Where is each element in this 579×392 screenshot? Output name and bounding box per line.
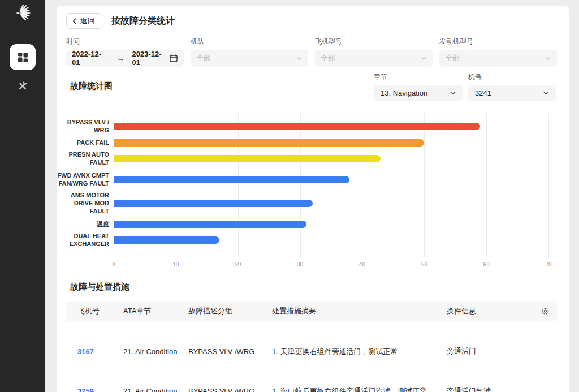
aircraft-model-select[interactable]: 全部 [315, 50, 433, 67]
chapter-select-label: 章节 [374, 72, 463, 82]
chart-category-label: AMS MOTORDRIVE MODFAULT [57, 191, 109, 215]
col-header-summary: 处置措施摘要 [272, 306, 447, 316]
chart-category-label: PRESN AUTOFAULT [57, 150, 109, 166]
table-row: 316721. Air ConditionBYPASS VLV /WRG1. 天… [66, 342, 557, 361]
filter-aircraft-model-label: 飞机型号 [315, 37, 433, 46]
calendar-icon [169, 54, 178, 63]
tail-number-select[interactable]: 3241 [468, 85, 556, 101]
gear-icon [541, 307, 550, 316]
chart-axis-tick: 20 [227, 261, 249, 268]
chart-gridline [238, 113, 239, 257]
date-end-value: 2023-12-01 [132, 50, 170, 67]
filter-time-label: 时间 [66, 37, 184, 46]
airline-logo-icon [0, 5, 45, 21]
fleet-select[interactable]: 全部 [191, 50, 308, 67]
sidebar-item-tools[interactable] [0, 80, 45, 91]
fleet-select-value: 全部 [196, 53, 211, 63]
tail-number-select-value: 3241 [475, 89, 491, 97]
col-header-parts: 换件信息 [447, 306, 557, 316]
chevron-down-icon [545, 55, 551, 62]
table-settings-button[interactable] [541, 307, 550, 316]
chart-axis-tick: 60 [475, 261, 498, 268]
col-header-group: 故障描述分组 [188, 306, 272, 316]
sidebar-item-dashboard[interactable] [10, 44, 36, 70]
filter-engine-model: 发动机型号 全部 [439, 37, 557, 67]
filter-time: 时间 2022-12-01 → 2023-12-01 [66, 37, 184, 67]
chart-axis-tick: 40 [351, 261, 373, 268]
filter-fleet: 机队 全部 [191, 37, 308, 67]
chart-category-label: FWD AVNX CMPTFAN/WRG FAULT [57, 171, 109, 187]
chart-gridline [114, 113, 114, 257]
chart-category-label: 温度 [57, 220, 109, 228]
cell-parts-info: 旁通活门 [447, 346, 557, 356]
chapter-select-group: 章节 13. Navigation [374, 72, 463, 101]
chart-bar[interactable] [114, 155, 381, 162]
chart-axis-tick: 70 [537, 261, 560, 268]
filter-fleet-label: 机队 [191, 37, 308, 46]
chart-gridline [486, 113, 487, 257]
chevron-down-icon [450, 90, 456, 96]
col-header-ata: ATA章节 [123, 306, 188, 316]
chart-axis-tick: 50 [413, 261, 435, 268]
back-button-label: 返回 [80, 16, 95, 26]
chart-bar[interactable] [114, 123, 480, 130]
chevron-down-icon [296, 55, 303, 62]
cell-ata-chapter: 21. Air Condition [123, 347, 188, 356]
chart-gridline [424, 113, 425, 257]
cell-ata-chapter: 21. Air Condition [123, 387, 188, 392]
chart-gridline [548, 113, 549, 257]
filter-engine-model-label: 发动机型号 [439, 37, 557, 46]
cell-aircraft-link[interactable]: 3259 [77, 387, 123, 392]
col-header-aircraft: 飞机号 [77, 306, 123, 316]
chart-gridline [362, 113, 362, 257]
chart-category-label: BYPASS VLV /WRG [57, 118, 109, 134]
cell-action-summary: 1. 天津更换右组件旁通活门，测试正常 [272, 347, 447, 356]
table-section-title: 故障与处置措施 [70, 282, 129, 292]
main-panel: 返回 按故障分类统计 时间 2022-12-01 → 2023-12-01 机队 [57, 6, 569, 392]
date-range-input[interactable]: 2022-12-01 → 2023-12-01 [66, 50, 184, 67]
chart-axis-tick: 0 [102, 261, 125, 268]
chart-bar[interactable] [114, 176, 349, 183]
tools-icon [17, 80, 28, 91]
aircraft-model-select-value: 全部 [321, 53, 335, 63]
chapter-select[interactable]: 13. Navigation [374, 85, 463, 101]
filter-aircraft-model: 飞机型号 全部 [315, 37, 433, 67]
engine-model-select[interactable]: 全部 [439, 50, 557, 67]
sidebar [0, 0, 45, 392]
chart-axis-tick: 30 [289, 261, 312, 268]
date-start-value: 2022-12-01 [72, 50, 109, 67]
engine-model-select-value: 全部 [445, 53, 460, 63]
table-row: 325921. Air ConditionBYPASS VLV /WRG1. 海… [66, 381, 557, 392]
cell-fault-group: BYPASS VLV /WRG [188, 347, 272, 356]
cell-action-summary: 1. 海口航后更换右组件旁通活门汽滤，测试正常。 [272, 386, 447, 392]
chart-axis-tick: 10 [165, 261, 187, 268]
cell-fault-group: BYPASS VLV /WRG [188, 387, 272, 392]
cell-parts-info: 旁通活门气滤 [447, 386, 557, 392]
chevron-left-icon [72, 18, 77, 24]
dashboard-icon [18, 52, 28, 63]
chart-section-title: 故障统计图 [70, 81, 113, 92]
cell-aircraft-link[interactable]: 3167 [77, 347, 123, 356]
filter-divider [57, 68, 569, 68]
chart-gridline [300, 113, 301, 257]
tail-number-select-label: 机号 [468, 72, 556, 82]
header-divider [57, 35, 569, 35]
chart-category-label: DUAL HEATEXCHANGER [57, 232, 109, 248]
chevron-down-icon [543, 90, 549, 96]
tail-number-select-group: 机号 3241 [468, 72, 556, 101]
chart-category-label: PACK FAIL [57, 139, 109, 147]
chevron-down-icon [421, 55, 427, 62]
chart-bar[interactable] [114, 236, 219, 244]
chart-bar[interactable] [114, 139, 424, 147]
chart-bar[interactable] [114, 200, 313, 207]
chart-bar[interactable] [114, 221, 306, 228]
back-button[interactable]: 返回 [66, 13, 102, 29]
page-title: 按故障分类统计 [111, 15, 175, 27]
chart-gridline [176, 113, 176, 257]
chapter-select-value: 13. Navigation [381, 89, 427, 97]
bar-chart: 010203040506070 [114, 113, 548, 257]
table-header: 飞机号 ATA章节 故障描述分组 处置措施摘要 换件信息 [66, 301, 557, 321]
date-range-arrow-icon: → [117, 54, 124, 63]
